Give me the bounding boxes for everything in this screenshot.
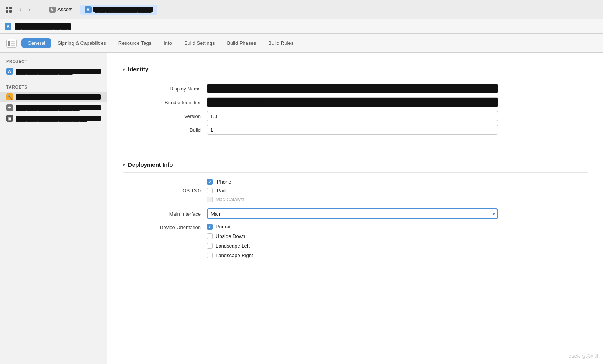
landscape-right-checkbox[interactable] xyxy=(207,253,213,258)
watermark: CSDN @乐事派 xyxy=(569,354,598,359)
landscape-left-checkbox[interactable] xyxy=(207,243,213,249)
ios-label: iOS 13.0 xyxy=(123,188,207,193)
iphone-row: iPhone xyxy=(207,179,244,185)
segment-tabs: General Signing & Capabilities Resource … xyxy=(0,34,603,53)
tab-info[interactable]: Info xyxy=(157,38,178,48)
grid-icon[interactable] xyxy=(5,5,13,14)
svg-text:A: A xyxy=(51,8,53,12)
project-section-label: PROJECT xyxy=(0,57,107,66)
portrait-label: Portrait xyxy=(216,224,232,230)
deployment-header: ▾ Deployment Info xyxy=(123,156,588,173)
deployment-section: ▾ Deployment Info iOS 13.0 iPhone xyxy=(107,148,603,271)
targets-section-label: TARGETS xyxy=(0,83,107,92)
active-project-tab[interactable]: A ████████████████ xyxy=(80,5,157,15)
main-layout: PROJECT A ████████████████ TARGETS 🔨 ███… xyxy=(0,53,603,364)
landscape-right-row: Landscape Right xyxy=(207,253,253,258)
display-name-row: Display Name xyxy=(123,84,588,93)
device-checkboxes: iPhone iPad Mac Catalyst xyxy=(207,179,244,202)
sidebar-item-target-1[interactable]: ✦ ██████████████████ xyxy=(0,102,107,113)
tab-resource-tags[interactable]: Resource Tags xyxy=(112,38,157,48)
landscape-left-row: Landscape Left xyxy=(207,243,253,249)
tab-signing[interactable]: Signing & Capabilities xyxy=(51,38,112,48)
svg-rect-9 xyxy=(11,45,15,46)
target-0-icon: 🔨 xyxy=(6,93,13,100)
target-2-name: ████████████████████. xyxy=(16,116,101,121)
svg-rect-1 xyxy=(9,7,12,9)
target-0-name: ██████████████████ xyxy=(16,94,101,100)
content-area: ▾ Identity Display Name Bundle Identifie… xyxy=(107,53,603,364)
main-interface-label: Main Interface xyxy=(123,211,207,217)
version-label: Version xyxy=(123,113,207,119)
bundle-id-row: Bundle Identifier xyxy=(123,97,588,107)
iphone-checkbox[interactable] xyxy=(207,179,213,185)
svg-rect-6 xyxy=(8,41,10,46)
sidebar: PROJECT A ████████████████ TARGETS 🔨 ███… xyxy=(0,53,107,364)
mac-catalyst-row: Mac Catalyst xyxy=(207,197,244,202)
back-arrow[interactable]: ‹ xyxy=(16,5,25,14)
target-1-name: ██████████████████ xyxy=(16,105,101,110)
sidebar-divider xyxy=(6,80,101,80)
sidebar-item-target-0[interactable]: 🔨 ██████████████████ xyxy=(0,92,107,102)
svg-rect-2 xyxy=(6,10,8,13)
tab-build-phases[interactable]: Build Phases xyxy=(221,38,262,48)
portrait-row: Portrait xyxy=(207,224,253,230)
version-input[interactable] xyxy=(207,111,498,121)
project-tab-icon: A xyxy=(85,6,92,13)
mac-catalyst-checkbox[interactable] xyxy=(207,197,213,202)
identity-section: ▾ Identity Display Name Bundle Identifie… xyxy=(107,53,603,148)
target-2-icon: ▣ xyxy=(6,115,13,122)
identity-title: Identity xyxy=(128,66,148,72)
assets-tab-label: Assets xyxy=(57,7,72,12)
project-name: ████████████████ xyxy=(16,69,101,74)
assets-tab[interactable]: A Assets xyxy=(45,5,77,14)
sidebar-item-project[interactable]: A ████████████████ xyxy=(0,66,107,77)
project-bar-name: ████████████████ xyxy=(15,23,71,29)
bundle-id-input[interactable] xyxy=(207,97,498,107)
project-bar: A ████████████████ xyxy=(0,19,603,34)
forward-arrow[interactable]: › xyxy=(25,5,34,14)
bundle-id-label: Bundle Identifier xyxy=(123,100,207,105)
main-interface-select[interactable]: Main LaunchScreen xyxy=(207,208,498,219)
sidebar-toggle[interactable] xyxy=(6,39,17,48)
main-interface-select-wrapper: Main LaunchScreen ▾ xyxy=(207,208,498,219)
deployment-form: iOS 13.0 iPhone iPad Mac C xyxy=(123,173,588,271)
orientation-checkboxes: Portrait Upside Down Landscape Left xyxy=(207,224,253,258)
svg-rect-3 xyxy=(9,10,12,13)
version-row: Version xyxy=(123,111,588,121)
project-icon: A xyxy=(6,68,13,75)
device-orientation-row: Device Orientation Portrait Upside Down xyxy=(123,224,588,258)
display-name-input[interactable] xyxy=(207,84,498,93)
main-interface-row: Main Interface Main LaunchScreen ▾ xyxy=(123,208,588,219)
ios-version-row: iOS 13.0 iPhone iPad Mac C xyxy=(123,179,588,202)
tab-build-settings[interactable]: Build Settings xyxy=(178,38,221,48)
landscape-left-label: Landscape Left xyxy=(216,243,250,249)
deployment-title: Deployment Info xyxy=(128,161,173,168)
nav-arrows: ‹ › xyxy=(16,5,34,14)
build-input[interactable] xyxy=(207,125,498,135)
deployment-chevron[interactable]: ▾ xyxy=(123,162,125,167)
project-bar-icon: A xyxy=(5,23,11,30)
device-orientation-label: Device Orientation xyxy=(123,224,207,230)
upside-down-label: Upside Down xyxy=(216,233,245,239)
upside-down-row: Upside Down xyxy=(207,233,253,239)
ipad-checkbox[interactable] xyxy=(207,188,213,193)
svg-rect-7 xyxy=(11,41,15,42)
identity-chevron[interactable]: ▾ xyxy=(123,67,125,72)
portrait-checkbox[interactable] xyxy=(207,224,213,230)
svg-rect-0 xyxy=(6,7,8,9)
ipad-row: iPad xyxy=(207,188,244,193)
active-tab-label: ████████████████ xyxy=(93,7,153,12)
toolbar-divider xyxy=(39,4,39,15)
toolbar: ‹ › A Assets A ████████████████ xyxy=(0,0,603,19)
landscape-right-label: Landscape Right xyxy=(216,253,253,258)
mac-catalyst-label: Mac Catalyst xyxy=(216,197,244,202)
display-name-label: Display Name xyxy=(123,86,207,92)
tab-general[interactable]: General xyxy=(21,38,51,48)
build-row: Build xyxy=(123,125,588,135)
tab-build-rules[interactable]: Build Rules xyxy=(262,38,300,48)
identity-form: Display Name Bundle Identifier Version B… xyxy=(123,77,588,148)
upside-down-checkbox[interactable] xyxy=(207,233,213,239)
target-1-icon: ✦ xyxy=(6,104,13,111)
sidebar-item-target-2[interactable]: ▣ ████████████████████. xyxy=(0,113,107,124)
svg-rect-8 xyxy=(11,43,15,44)
